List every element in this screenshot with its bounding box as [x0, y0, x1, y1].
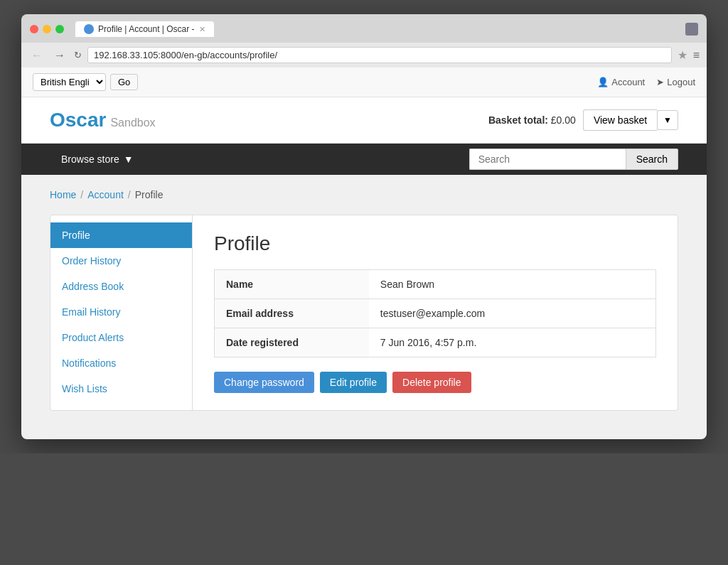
browser-content: British Engli Go 👤 Account ➤ Logout Osca…	[21, 68, 707, 439]
browse-store-label: Browse store	[61, 154, 119, 165]
search-input[interactable]	[469, 149, 626, 170]
nav-search: Search	[469, 149, 678, 170]
sidebar-item-notifications[interactable]: Notifications	[50, 350, 192, 376]
field-email-label: Email address	[215, 299, 369, 328]
breadcrumb-account[interactable]: Account	[87, 189, 124, 200]
utility-bar-right: 👤 Account ➤ Logout	[597, 77, 695, 87]
basket-total-label: Basket total:	[488, 114, 548, 126]
nav-bar: Browse store ▼ Search	[21, 144, 707, 175]
breadcrumb-current: Profile	[135, 189, 164, 200]
utility-bar: British Engli Go 👤 Account ➤ Logout	[21, 68, 707, 97]
browse-store-button[interactable]: Browse store ▼	[50, 144, 145, 175]
basket-total-value: £0.00	[551, 114, 576, 126]
menu-icon[interactable]: ≡	[693, 49, 700, 62]
content-layout: Profile Order History Address Book Email…	[50, 215, 678, 411]
action-buttons: Change password Edit profile Delete prof…	[214, 372, 656, 393]
maximize-dot[interactable]	[55, 25, 64, 33]
browser-tab[interactable]: Profile | Account | Oscar - ✕	[75, 21, 214, 37]
logo-sandbox-text: Sandbox	[110, 117, 155, 129]
go-button[interactable]: Go	[110, 74, 138, 90]
field-name-label: Name	[215, 270, 369, 299]
account-icon: 👤	[597, 77, 609, 87]
bookmark-icon[interactable]: ★	[678, 48, 687, 62]
main-content: Home / Account / Profile Profile Order H…	[21, 175, 707, 439]
sidebar-item-profile[interactable]: Profile	[50, 222, 192, 248]
window-controls	[30, 25, 64, 33]
sidebar-item-email-history[interactable]: Email History	[50, 299, 192, 325]
url-bar[interactable]	[87, 47, 672, 63]
table-row: Name Sean Brown	[215, 270, 656, 299]
logo-oscar-text: Oscar	[50, 109, 106, 131]
forward-button[interactable]: →	[51, 48, 68, 63]
site-logo[interactable]: Oscar Sandbox	[50, 109, 156, 131]
edit-profile-button[interactable]: Edit profile	[320, 372, 387, 393]
refresh-button[interactable]: ↻	[74, 50, 82, 60]
profile-content: Profile Name Sean Brown Email address te…	[193, 215, 678, 410]
sidebar-item-product-alerts[interactable]: Product Alerts	[50, 325, 192, 350]
close-dot[interactable]	[30, 25, 38, 33]
sidebar: Profile Order History Address Book Email…	[50, 215, 193, 410]
search-button[interactable]: Search	[626, 149, 678, 170]
table-row: Date registered 7 Jun 2016, 4:57 p.m.	[215, 328, 656, 357]
breadcrumb-home[interactable]: Home	[50, 189, 76, 200]
urlbar-row: ← → ↻ ★ ≡	[21, 43, 707, 68]
basket-dropdown-button[interactable]: ▼	[657, 110, 678, 130]
breadcrumb: Home / Account / Profile	[50, 189, 678, 200]
change-password-button[interactable]: Change password	[214, 372, 314, 393]
sidebar-item-order-history[interactable]: Order History	[50, 248, 192, 274]
field-email-value: testuser@example.com	[369, 299, 656, 328]
view-basket-button[interactable]: View basket	[583, 109, 657, 131]
logout-icon: ➤	[656, 77, 664, 87]
tab-favicon-icon	[84, 24, 94, 34]
field-name-value: Sean Brown	[369, 270, 656, 299]
tab-title: Profile | Account | Oscar -	[98, 24, 195, 34]
profile-title: Profile	[214, 232, 656, 255]
delete-profile-button[interactable]: Delete profile	[392, 372, 471, 393]
minimize-dot[interactable]	[43, 25, 51, 33]
basket-total: Basket total: £0.00	[488, 114, 576, 126]
browse-store-dropdown-icon: ▼	[124, 154, 134, 165]
table-row: Email address testuser@example.com	[215, 299, 656, 328]
back-button[interactable]: ←	[28, 48, 46, 63]
basket-area: Basket total: £0.00 View basket ▼	[488, 109, 678, 131]
account-link[interactable]: 👤 Account	[597, 77, 645, 87]
sidebar-item-address-book[interactable]: Address Book	[50, 274, 192, 299]
profile-table: Name Sean Brown Email address testuser@e…	[214, 269, 656, 357]
language-select[interactable]: British Engli	[33, 73, 106, 91]
site-header: Oscar Sandbox Basket total: £0.00 View b…	[21, 97, 707, 144]
breadcrumb-sep-1: /	[80, 189, 83, 200]
utility-bar-left: British Engli Go	[33, 73, 138, 91]
field-date-label: Date registered	[215, 328, 369, 357]
sidebar-item-wish-lists[interactable]: Wish Lists	[50, 376, 192, 402]
logout-link[interactable]: ➤ Logout	[656, 77, 695, 87]
field-date-value: 7 Jun 2016, 4:57 p.m.	[369, 328, 656, 357]
breadcrumb-sep-2: /	[128, 189, 131, 200]
tab-close-icon[interactable]: ✕	[199, 25, 205, 34]
browser-icon	[685, 23, 698, 36]
